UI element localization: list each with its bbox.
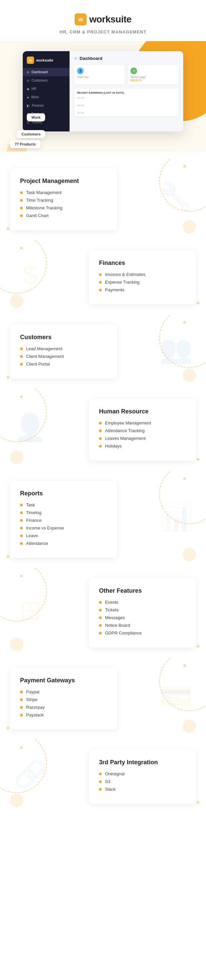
list-item-text: Onesignal bbox=[105, 771, 125, 776]
section-payment-gateways: 💳Payment GatewaysPaypalStripeRazorpayPay… bbox=[0, 657, 206, 740]
list-item-text: Tickets bbox=[105, 608, 119, 612]
bullet-icon bbox=[20, 714, 23, 716]
mockup-nav-dashboard[interactable]: ⊙ Dashboard bbox=[23, 68, 70, 76]
hr-icon: ◉ bbox=[27, 87, 29, 91]
bullet-icon bbox=[20, 363, 23, 366]
feature-list-reports: TaskTimelogFinanceIncome vs ExpenseLeave… bbox=[20, 503, 107, 546]
feature-title-payment-gateways: Payment Gateways bbox=[20, 677, 107, 684]
dot1-human-resource bbox=[20, 395, 23, 398]
mockup-nav-customers[interactable]: ◎ Customers › bbox=[23, 76, 70, 84]
list-item: Task bbox=[20, 503, 107, 508]
feature-list-human-resource: Employee ManagementAttendance TrackingLe… bbox=[99, 420, 186, 449]
list-item-text: Razorpay bbox=[26, 705, 45, 710]
list-item-text: Income vs Expense bbox=[26, 525, 64, 530]
section-deco-svg-project-management: 🔧 bbox=[156, 179, 196, 220]
mockup-logo-icon: w bbox=[27, 57, 34, 64]
feature-card-payment-gateways: Payment GatewaysPaypalStripeRazorpayPays… bbox=[10, 668, 117, 729]
mockup-content-header: ⊙ Dashboard bbox=[74, 56, 179, 61]
arrow-icon-finance: › bbox=[65, 104, 65, 107]
section-deco-svg-reports: 📊 bbox=[156, 500, 196, 539]
chart-title: RECENT EARNINGS (LAST 30 DAYS) bbox=[77, 91, 176, 94]
arrow-icon: › bbox=[65, 79, 65, 82]
nav-label-customers: Customers bbox=[32, 79, 48, 82]
feature-title-finances: Finances bbox=[99, 259, 186, 267]
nav-label-hr: HR bbox=[32, 87, 36, 91]
section-deco-svg-other-features: ⊞ bbox=[10, 593, 50, 633]
section-third-party: 🔗3rd Party IntegrationOnesignalS3Slack bbox=[0, 740, 206, 814]
list-item: Paystack bbox=[20, 713, 107, 718]
bullet-icon bbox=[99, 430, 101, 432]
bullet-icon bbox=[20, 511, 23, 514]
dot1-reports bbox=[183, 477, 186, 480]
bullet-icon bbox=[20, 347, 23, 350]
list-item-text: Employee Management bbox=[105, 420, 151, 425]
bullet-icon bbox=[99, 422, 101, 425]
nav-label-dashboard: Dashboard bbox=[32, 70, 48, 74]
chart-y-axis: 200,000 150,000 100,000 bbox=[77, 97, 84, 114]
list-item: Finance bbox=[20, 518, 107, 523]
feature-title-other-features: Other Features bbox=[99, 587, 186, 594]
feature-list-customers: Lead ManagementClient ManagementClient P… bbox=[20, 346, 107, 367]
list-item-text: Milestone Tracking bbox=[26, 205, 62, 210]
clients-stat-label: Total Clier bbox=[77, 76, 122, 79]
feature-card-finances: FinancesInvoices & EstimatesExpense Trac… bbox=[89, 250, 196, 304]
logo-container: w worksuite bbox=[7, 13, 199, 25]
section-deco-svg-third-party: 🔗 bbox=[10, 757, 50, 797]
dashboard-mockup: w worksuite ⊙ Dashboard ◎ Customers › ◉ … bbox=[23, 51, 183, 132]
mockup-content: ⊙ Dashboard 👤 Total Clier ⏱ Hours Logge … bbox=[70, 51, 183, 132]
feature-card-human-resource: Human ResourceEmployee ManagementAttenda… bbox=[89, 399, 196, 461]
dot2-third-party bbox=[196, 801, 199, 804]
list-item: Payments bbox=[99, 287, 186, 292]
hours-stat-label: Hours Logge bbox=[130, 76, 176, 79]
list-item: GDPR Compliance bbox=[99, 630, 186, 635]
list-item: Tickets bbox=[99, 608, 186, 612]
section-reports: 📊ReportsTaskTimelogFinanceIncome vs Expe… bbox=[0, 471, 206, 568]
feature-card-reports: ReportsTaskTimelogFinanceIncome vs Expen… bbox=[10, 480, 117, 558]
floating-badge-products: 77 Products bbox=[10, 140, 40, 148]
logo-letter: w bbox=[78, 16, 83, 23]
list-item: Time Tracking bbox=[20, 198, 107, 203]
bullet-icon bbox=[20, 535, 23, 537]
mockup-nav-hr[interactable]: ◉ HR › bbox=[23, 84, 70, 93]
list-item: Client Portal bbox=[20, 361, 107, 367]
bullet-icon bbox=[20, 191, 23, 194]
list-item-text: Paypal bbox=[26, 689, 40, 694]
section-finances: $FinancesInvoices & EstimatesExpense Tra… bbox=[0, 240, 206, 314]
bullet-icon bbox=[20, 706, 23, 709]
list-item: Client Management bbox=[20, 354, 107, 359]
chart-bars bbox=[87, 97, 92, 114]
stat-card-hours: ⏱ Hours Logge 50131 h bbox=[128, 65, 179, 84]
arrow-icon-work: › bbox=[65, 95, 65, 99]
list-item: Events bbox=[99, 600, 186, 605]
list-item: Timelog bbox=[20, 510, 107, 515]
bullet-icon bbox=[99, 437, 101, 440]
feature-list-payment-gateways: PaypalStripeRazorpayPaystack bbox=[20, 689, 107, 718]
bullet-icon bbox=[20, 698, 23, 701]
chart-y-150: 150,000 bbox=[77, 104, 84, 107]
svg-text:📊: 📊 bbox=[159, 501, 193, 533]
dot2-payment-gateways bbox=[7, 727, 10, 729]
section-project-management: 🔧Project ManagementTask ManagementTime T… bbox=[0, 158, 206, 240]
bullet-icon bbox=[20, 504, 23, 506]
list-item: Milestone Tracking bbox=[20, 205, 107, 210]
deco-dot-other-features bbox=[10, 638, 24, 651]
dashboard-section: w worksuite ⊙ Dashboard ◎ Customers › ◉ … bbox=[0, 41, 206, 151]
list-item-text: Attendance Tracking bbox=[105, 428, 145, 433]
deco-dot-project-management bbox=[182, 220, 196, 234]
bullet-icon bbox=[20, 199, 23, 202]
dot1-payment-gateways bbox=[183, 664, 186, 667]
list-item-text: Holidays bbox=[105, 444, 122, 449]
mockup-nav-finance[interactable]: ◧ Finance › bbox=[23, 101, 70, 110]
mockup-nav-work[interactable]: ◈ Work › bbox=[23, 93, 70, 101]
dot2-project-management bbox=[7, 228, 10, 230]
list-item: Lead Management bbox=[20, 346, 107, 351]
list-item-text: Leaves Management bbox=[105, 436, 146, 441]
chart-y-100: 100,000 bbox=[77, 112, 84, 114]
bullet-icon bbox=[20, 519, 23, 522]
deco-dot-reports bbox=[182, 548, 196, 561]
svg-text:💳: 💳 bbox=[159, 680, 193, 712]
list-item: Leave bbox=[20, 533, 107, 538]
feature-title-reports: Reports bbox=[20, 490, 107, 497]
section-deco-svg-finances: $ bbox=[10, 257, 50, 298]
floating-badge-customers: Customers bbox=[17, 130, 45, 138]
